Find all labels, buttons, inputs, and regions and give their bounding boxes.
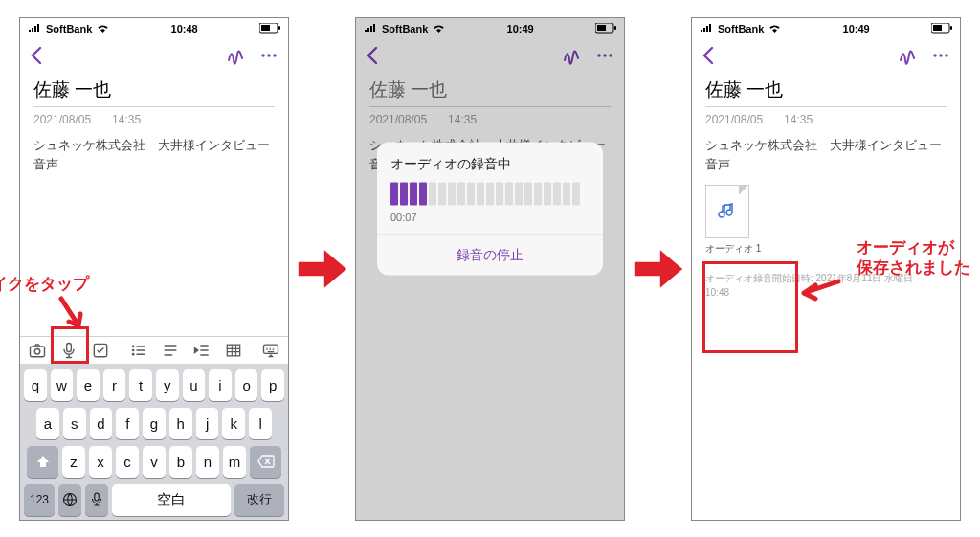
key-n[interactable]: n xyxy=(196,446,219,478)
key-y[interactable]: y xyxy=(156,369,179,401)
key-space[interactable]: 空白 xyxy=(112,484,231,516)
svg-rect-2 xyxy=(261,25,270,31)
keyboard-row-1: q w e r t y u i o p xyxy=(24,369,284,401)
bullet-list-icon[interactable] xyxy=(129,341,148,360)
key-w[interactable]: w xyxy=(51,369,74,401)
scribble-icon[interactable] xyxy=(563,46,582,65)
svg-point-21 xyxy=(603,54,606,56)
meter-bar xyxy=(410,182,417,205)
more-icon[interactable] xyxy=(259,46,278,65)
key-numbers[interactable]: 123 xyxy=(24,484,55,516)
key-v[interactable]: v xyxy=(143,446,166,478)
key-p[interactable]: p xyxy=(261,369,284,401)
meter-bar xyxy=(515,182,523,205)
note-body[interactable]: シュネッケ株式会社 大井様インタビュー音声 xyxy=(20,136,288,176)
key-x[interactable]: x xyxy=(89,446,112,478)
key-j[interactable]: j xyxy=(196,408,219,439)
key-delete[interactable] xyxy=(250,446,281,478)
key-e[interactable]: e xyxy=(77,369,100,401)
svg-rect-18 xyxy=(614,26,616,30)
divider xyxy=(369,106,611,107)
stop-recording-button[interactable]: 録音の停止 xyxy=(377,234,603,275)
soft-keyboard: q w e r t y u i o p a s d f g h j k l xyxy=(20,364,288,520)
scribble-icon[interactable] xyxy=(899,46,918,65)
key-b[interactable]: b xyxy=(169,446,192,478)
back-button[interactable] xyxy=(30,46,43,65)
battery-icon xyxy=(259,23,280,34)
svg-point-12 xyxy=(131,352,134,355)
key-o[interactable]: o xyxy=(235,369,258,401)
divider xyxy=(705,106,947,107)
back-button[interactable] xyxy=(366,46,379,65)
wifi-icon xyxy=(433,24,445,34)
note-date: 2021/08/05 xyxy=(705,113,763,126)
meter-bar xyxy=(505,182,513,205)
heading-icon[interactable] xyxy=(161,341,180,360)
wifi-icon xyxy=(97,24,109,34)
note-time: 14:35 xyxy=(448,113,477,126)
key-z[interactable]: z xyxy=(62,446,85,478)
scribble-icon[interactable] xyxy=(227,46,246,65)
key-mic[interactable] xyxy=(85,484,108,516)
svg-rect-24 xyxy=(950,26,952,30)
svg-point-27 xyxy=(939,54,942,56)
meter-bar xyxy=(390,182,398,205)
more-icon[interactable] xyxy=(931,46,950,65)
signal-icon xyxy=(700,24,713,34)
checkbox-icon[interactable] xyxy=(91,341,110,360)
key-a[interactable]: a xyxy=(36,408,59,439)
key-shift[interactable] xyxy=(27,446,58,478)
elapsed-time: 00:07 xyxy=(377,211,603,234)
key-l[interactable]: l xyxy=(249,408,272,439)
more-icon[interactable] xyxy=(595,46,614,65)
svg-rect-25 xyxy=(933,25,942,31)
meter-bar xyxy=(467,182,475,205)
key-h[interactable]: h xyxy=(169,408,192,439)
battery-icon xyxy=(931,23,952,34)
arrow-to-audio xyxy=(794,274,842,302)
camera-icon[interactable] xyxy=(28,341,47,360)
svg-point-7 xyxy=(34,348,40,354)
key-globe[interactable] xyxy=(58,484,81,516)
modal-title: オーディオの録音中 xyxy=(377,142,603,182)
meter-bar xyxy=(477,182,484,205)
audio-attachment[interactable]: オーディオ 1 xyxy=(705,185,787,256)
indent-icon[interactable] xyxy=(192,341,212,360)
key-k[interactable]: k xyxy=(222,408,245,439)
key-i[interactable]: i xyxy=(209,369,232,401)
svg-rect-13 xyxy=(227,345,239,356)
recording-modal: オーディオの録音中 00:07 録音の停止 xyxy=(377,142,603,275)
meter-bar xyxy=(572,182,580,205)
key-d[interactable]: d xyxy=(90,408,113,439)
keyboard-toggle-icon[interactable] xyxy=(261,341,280,360)
key-s[interactable]: s xyxy=(63,408,86,439)
note-body[interactable]: シュネッケ株式会社 大井様インタビュー音声 xyxy=(692,136,960,176)
note-date: 2021/08/05 xyxy=(369,113,427,126)
keyboard-row-4: 123 空白 改行 xyxy=(24,484,284,516)
key-f[interactable]: f xyxy=(116,408,139,439)
key-g[interactable]: g xyxy=(143,408,166,439)
battery-icon xyxy=(595,23,616,34)
svg-point-26 xyxy=(933,54,936,56)
nav-bar xyxy=(20,39,288,72)
back-button[interactable] xyxy=(702,46,715,65)
note-title[interactable]: 佐藤 一也 xyxy=(692,72,960,106)
key-m[interactable]: m xyxy=(223,446,246,478)
audio-file-icon xyxy=(705,185,749,238)
key-return[interactable]: 改行 xyxy=(234,484,284,516)
svg-point-20 xyxy=(597,54,600,56)
key-q[interactable]: q xyxy=(24,369,47,401)
wifi-icon xyxy=(768,24,781,34)
key-u[interactable]: u xyxy=(183,369,206,401)
key-r[interactable]: r xyxy=(103,369,126,401)
keyboard-row-2: a s d f g h j k l xyxy=(24,408,284,439)
note-date: 2021/08/05 xyxy=(33,113,91,126)
meter-bar xyxy=(534,182,542,205)
key-c[interactable]: c xyxy=(116,446,139,478)
key-t[interactable]: t xyxy=(129,369,152,401)
carrier-label: SoftBank xyxy=(382,23,428,34)
meter-bar xyxy=(438,182,446,205)
table-icon[interactable] xyxy=(224,341,243,360)
note-title[interactable]: 佐藤 一也 xyxy=(20,72,288,106)
delete-icon xyxy=(257,455,275,468)
